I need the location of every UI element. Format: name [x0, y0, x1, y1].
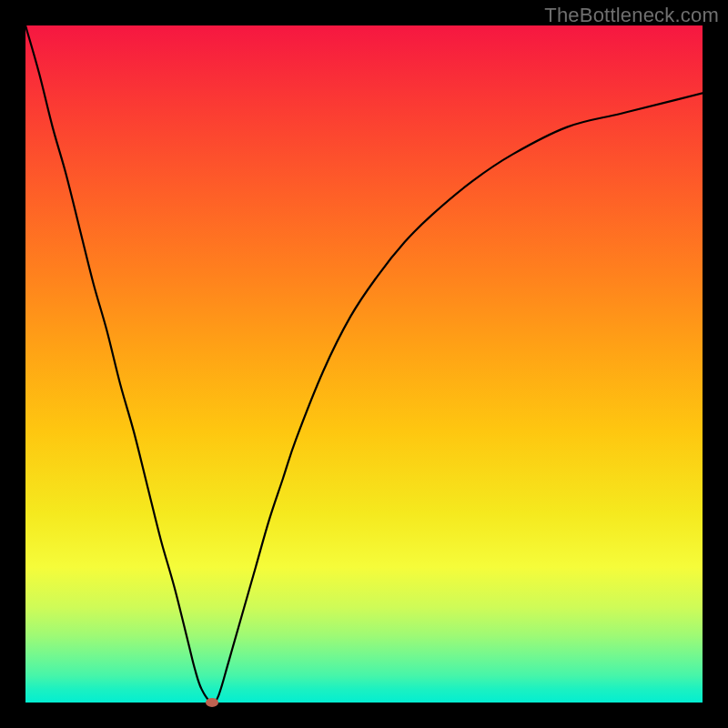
watermark-text: TheBottleneck.com: [544, 4, 719, 27]
plot-area: [25, 25, 703, 703]
chart-frame: TheBottleneck.com: [0, 0, 728, 728]
bottleneck-curve: [25, 25, 703, 703]
minimum-marker-icon: [206, 698, 218, 707]
